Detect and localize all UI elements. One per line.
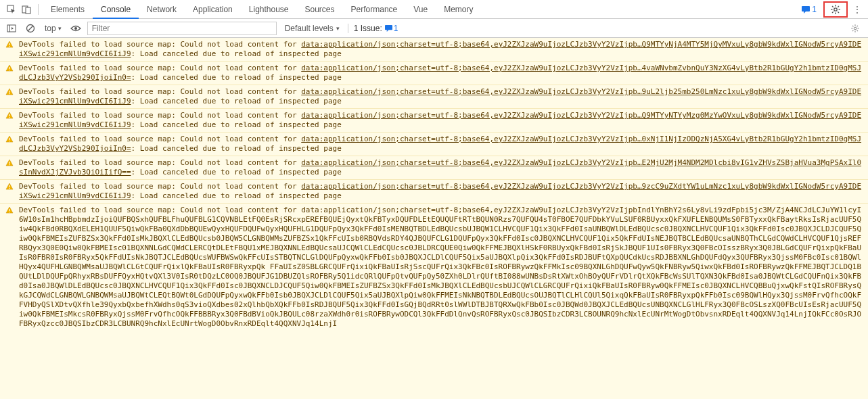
console-warning-row: DevTools failed to load source map: Coul… [0,180,868,204]
svg-point-19 [854,27,856,30]
warning-icon [5,88,15,96]
svg-point-17 [74,27,77,30]
svg-line-24 [852,25,853,26]
console-warning-row: DevTools failed to load source map: Coul… [0,204,868,331]
filter-input[interactable] [87,22,277,35]
console-warning-row: DevTools failed to load source map: Coul… [0,85,868,109]
tab-vue[interactable]: Vue [405,0,436,19]
warning-icon [5,112,15,120]
more-menu-icon[interactable]: ⋮ [850,5,864,14]
svg-rect-37 [9,141,9,141]
warning-icon [5,41,15,49]
tab-performance[interactable]: Performance [343,0,406,19]
svg-rect-42 [9,209,9,211]
issues-label: 1 Issue: [354,24,382,33]
svg-line-25 [857,30,858,30]
console-warning-row: DevTools failed to load source map: Coul… [0,133,868,156]
sourcemap-link[interactable]: data:application/json;charset=utf-8;base… [19,40,861,58]
warning-text: DevTools failed to load source map: Coul… [19,64,863,83]
sourcemap-link[interactable]: data:application/json;charset=utf-8;base… [19,64,861,82]
tab-sources[interactable]: Sources [297,0,343,19]
svg-rect-38 [9,162,9,164]
warning-text: DevTools failed to load source map: Coul… [19,87,863,106]
issues-button[interactable]: 1 Issue: 1 [348,24,404,33]
device-toggle-icon[interactable] [19,2,34,17]
svg-line-27 [857,25,858,26]
console-warning-row: DevTools failed to load source map: Coul… [0,109,868,133]
warning-text: DevTools failed to load source map: Coul… [19,135,863,154]
svg-rect-34 [9,114,9,116]
tab-console[interactable]: Console [93,0,139,19]
svg-rect-39 [9,164,9,165]
svg-line-26 [852,30,853,30]
log-levels-selector[interactable]: Default levels [281,24,344,33]
svg-line-11 [832,11,833,13]
svg-rect-43 [9,212,9,212]
svg-line-9 [832,6,833,7]
svg-rect-40 [9,185,9,187]
sourcemap-link[interactable]: data:application/json;charset=utf-8;base… [19,135,861,153]
svg-rect-41 [9,188,9,189]
console-warning-row: DevTools failed to load source map: Coul… [0,62,868,85]
issues-count: 1 [394,24,398,33]
svg-rect-33 [9,93,9,94]
inspect-icon[interactable] [4,2,19,17]
svg-line-12 [838,6,839,7]
clear-console-icon[interactable] [23,21,38,36]
svg-rect-28 [9,43,9,45]
messages-badge[interactable]: 1 [798,5,821,14]
svg-rect-30 [9,67,9,69]
console-settings-icon[interactable] [846,24,864,33]
warning-icon [5,183,15,191]
warning-text: DevTools failed to load source map: Coul… [19,40,863,59]
warning-icon [5,206,15,214]
eye-icon[interactable] [68,21,83,36]
warning-text: DevTools failed to load source map: Coul… [19,182,863,201]
context-selector[interactable]: top [42,24,64,33]
sourcemap-link[interactable]: data:application/json;charset=utf-8;base… [19,182,861,200]
svg-rect-36 [9,138,9,140]
svg-rect-35 [9,117,9,118]
warning-text: DevTools failed to load source map: Coul… [19,206,863,329]
tab-lighthouse[interactable]: Lighthouse [241,0,297,19]
svg-rect-31 [9,70,9,70]
svg-rect-32 [9,91,9,93]
svg-line-16 [28,26,33,31]
messages-count: 1 [812,5,817,14]
tab-application[interactable]: Application [185,0,241,19]
toggle-sidebar-icon[interactable] [4,21,19,36]
warning-icon [5,64,15,72]
tab-network[interactable]: Network [139,0,185,19]
console-warning-row: DevTools failed to load source map: Coul… [0,156,868,180]
sourcemap-link[interactable]: data:application/json;charset=utf-8;base… [19,111,861,129]
tab-elements[interactable]: Elements [43,0,93,19]
console-warning-row: DevTools failed to load source map: Coul… [0,38,868,62]
warning-icon [5,159,15,167]
svg-rect-29 [9,46,9,47]
warning-text: DevTools failed to load source map: Coul… [19,111,863,130]
settings-button-highlighted[interactable] [823,1,848,18]
svg-point-4 [834,7,837,10]
svg-rect-3 [802,6,810,11]
warning-icon [5,135,15,143]
warning-text: DevTools failed to load source map: Coul… [19,158,863,177]
sourcemap-link[interactable]: data:application/json;charset=utf-8;base… [19,87,861,105]
svg-rect-2 [26,7,30,14]
svg-rect-18 [385,25,392,30]
svg-line-10 [838,11,839,13]
tab-memory[interactable]: Memory [436,0,481,19]
sourcemap-link[interactable]: data:application/json;charset=utf-8;base… [19,158,861,177]
